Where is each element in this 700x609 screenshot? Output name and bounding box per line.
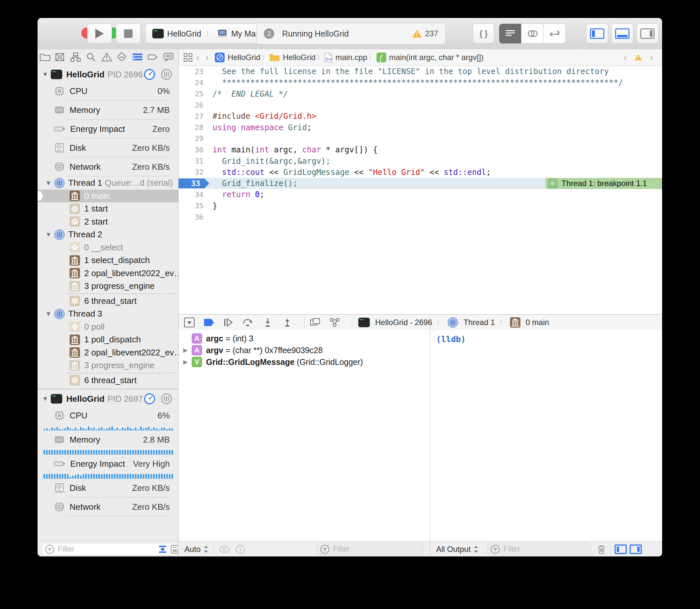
code-line-31[interactable]: 31 Grid_init(&argc,&argv); [178,155,662,167]
line-number[interactable]: 30 [178,146,203,154]
stack-frame-row[interactable]: 2 start [37,215,178,228]
stack-frame-row[interactable]: 2 opal_libevent2022_ev… [37,267,178,280]
toggle-console-pane-button[interactable] [630,544,642,554]
code-line-25[interactable]: 25/* END LEGAL */ [178,88,662,100]
variables-filter-field[interactable] [317,543,424,556]
gauge-row-disk[interactable]: DiskZero KB/s [37,139,178,157]
console-filter-field[interactable] [487,543,591,556]
line-number[interactable]: 28 [178,123,203,132]
scheme-selector[interactable]: HelloGrid 〉 My Mac [145,23,267,44]
continue-button[interactable] [222,316,235,329]
navigator-tab-project[interactable] [39,52,51,62]
line-number[interactable]: 24 [178,79,203,87]
related-items-icon[interactable] [183,53,193,62]
navigator-tab-issues[interactable] [101,52,112,62]
debug-crumb-label[interactable]: Thread 1 [464,318,495,327]
gauge-row-energy-impact[interactable]: Energy ImpactVery High [37,455,178,473]
process-row[interactable]: ▼HelloGridPID 2696 [37,67,178,82]
disclosure-caret-icon[interactable]: ▶ [183,347,192,354]
warning-count[interactable]: 237 [425,29,438,38]
jumpbar-crumb[interactable]: HelloGrid [215,53,260,62]
debug-crumb-label[interactable]: 0 main [526,318,549,327]
stack-frame-row[interactable]: 0 poll [37,320,178,333]
navigator-tab-source-control[interactable] [55,52,65,62]
breakpoints-toggle-button[interactable] [203,316,215,329]
code-line-26[interactable]: 26 [178,100,662,111]
stop-button[interactable] [116,23,141,44]
disclosure-triangle-icon[interactable]: ▼ [45,231,54,238]
assistant-editor-button[interactable] [522,24,544,44]
variables-scope-popup[interactable]: Auto [185,545,209,554]
debug-view-hierarchy-button[interactable] [309,316,321,329]
thread-row[interactable]: ▼Thread 3 [37,308,178,320]
gauge-row-network[interactable]: NetworkZero KB/s [37,158,178,176]
step-over-button[interactable] [242,316,254,329]
line-number[interactable]: 35 [178,202,203,210]
navigator-tab-search[interactable] [86,52,96,62]
disclosure-triangle-icon[interactable]: ▼ [45,179,54,187]
gauge-row-cpu[interactable]: CPU0% [37,82,178,100]
disclosure-caret-icon[interactable]: ▶ [183,358,192,366]
code-line-27[interactable]: 27#include <Grid/Grid.h> [178,111,662,122]
filter-flag-debug-symbols-icon[interactable] [158,544,168,554]
variable-row[interactable]: ▶Aargv = (char **) 0x7ffee9039c28 [178,344,430,356]
task-count-badge[interactable]: 2 [264,29,274,39]
gauge-row-energy-impact[interactable]: Energy ImpactZero [37,120,178,138]
disclosure-triangle-icon[interactable]: ▼ [45,310,54,317]
gauge-row-disk[interactable]: DiskZero KB/s [37,479,178,497]
gauges-view-button[interactable] [144,393,155,405]
sidebar-divider[interactable] [178,49,178,556]
code-line-30[interactable]: 30int main(int argc, char * argv[]) { [178,144,662,155]
stack-frame-row[interactable]: 0 __select [37,241,178,254]
stack-frame-row[interactable]: 6 thread_start [37,295,178,308]
code-line-29[interactable]: 29 [178,133,662,144]
stack-frame-row[interactable]: 1 poll_dispatch [37,333,178,346]
toggle-navigator-button[interactable] [586,23,608,44]
info-icon[interactable] [235,544,245,554]
disclosure-triangle-icon[interactable]: ▼ [42,71,51,78]
code-line-35[interactable]: 35} [178,201,662,211]
gauge-row-cpu[interactable]: CPU6% [37,406,178,424]
quicklook-eye-icon[interactable] [218,545,230,554]
clear-console-button[interactable] [597,544,606,555]
line-number[interactable]: 23 [178,68,203,76]
stack-frame-row[interactable]: 3 progress_engine [37,280,178,293]
threads-view-button[interactable] [160,69,172,80]
next-issue-button[interactable]: › [647,53,656,63]
process-row[interactable]: ▼HelloGridPID 2697 [37,391,178,406]
hide-debug-area-button[interactable] [183,316,195,329]
navigator-tab-symbols[interactable] [70,52,81,62]
version-editor-button[interactable] [544,24,565,44]
toggle-inspector-button[interactable] [636,23,659,44]
code-line-36[interactable]: 36 [178,211,662,223]
disclosure-triangle-icon[interactable]: ▼ [42,395,51,402]
code-line-33[interactable]: 33 Grid_finalize();≡Thread 1: breakpoint… [178,178,662,189]
console-scope-popup[interactable]: All Output [436,545,479,554]
variables-view[interactable]: Aargc = (int) 3▶Aargv = (char **) 0x7ffe… [178,330,430,541]
variable-row[interactable]: ▶VGrid::GridLogMessage (Grid::GridLogger… [178,356,430,368]
breakpoint-annotation[interactable]: ≡Thread 1: breakpoint 1.1 [546,178,662,189]
gauge-row-network[interactable]: NetworkZero KB/s [37,498,178,516]
gauges-view-button[interactable] [144,69,155,80]
threads-view-button[interactable] [160,393,172,405]
back-button[interactable]: ‹ [193,53,202,63]
prev-issue-button[interactable]: ‹ [621,53,630,63]
navigator-tab-debug-active[interactable] [132,52,143,62]
line-number[interactable]: 29 [178,135,203,143]
code-line-24[interactable]: 24 *************************************… [178,77,662,88]
navigator-filter-field[interactable] [42,543,195,556]
debug-split-divider[interactable] [430,314,430,556]
navigator-tab-tests[interactable] [117,52,127,62]
jumpbar-crumb[interactable]: HelloGrid [269,53,315,62]
line-number[interactable]: 31 [178,157,203,165]
stack-frame-row[interactable]: 2 opal_libevent2022_ev… [37,346,178,359]
console-view[interactable]: (lldb) [430,330,662,541]
code-line-28[interactable]: 28using namespace Grid; [178,122,662,133]
code-line-32[interactable]: 32 std::cout << GridLogMessage << "Hello… [178,167,662,178]
line-number[interactable]: 34 [178,191,203,199]
navigator-filter-input[interactable] [57,544,155,554]
toggle-debug-area-button[interactable] [611,23,633,44]
thread-row[interactable]: ▼Thread 2 [37,228,178,241]
line-number[interactable]: 26 [178,101,203,109]
line-number[interactable]: 32 [178,168,203,176]
